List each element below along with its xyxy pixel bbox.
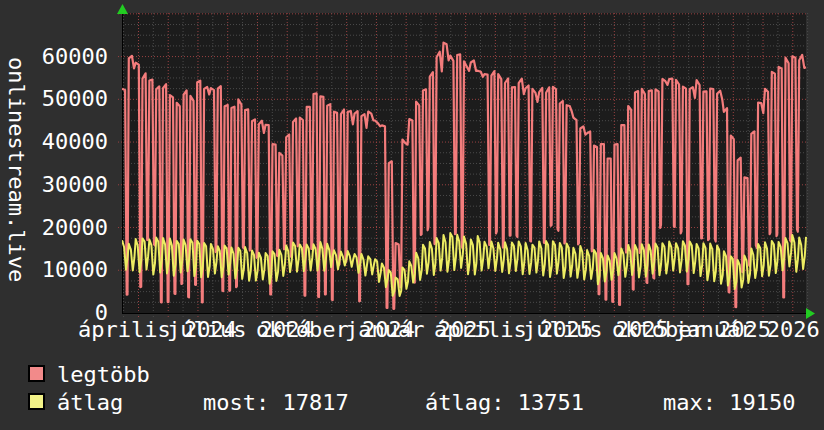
legend-swatch-atlag-icon (28, 393, 45, 410)
y-axis-tick-label: 60000 (0, 44, 108, 70)
y-axis-tick-label: 30000 (0, 172, 108, 198)
y-axis-tick-label: 10000 (0, 257, 108, 283)
legend-label-legtobb: legtöbb (57, 363, 150, 387)
plot-area (118, 9, 818, 325)
stat-max: max: 19150 (663, 391, 795, 415)
y-axis-tick-label: 20000 (0, 215, 108, 241)
legend-label-atlag: átlag (57, 391, 123, 415)
y-axis-tick-label: 40000 (0, 129, 108, 155)
stat-atlag: átlag: 13751 (425, 391, 584, 415)
legend-swatch-legtobb-icon (28, 365, 45, 382)
stat-most: most: 17817 (203, 391, 349, 415)
x-axis-tick-label: január 2026 (674, 318, 820, 342)
y-axis-tick-label: 50000 (0, 86, 108, 112)
